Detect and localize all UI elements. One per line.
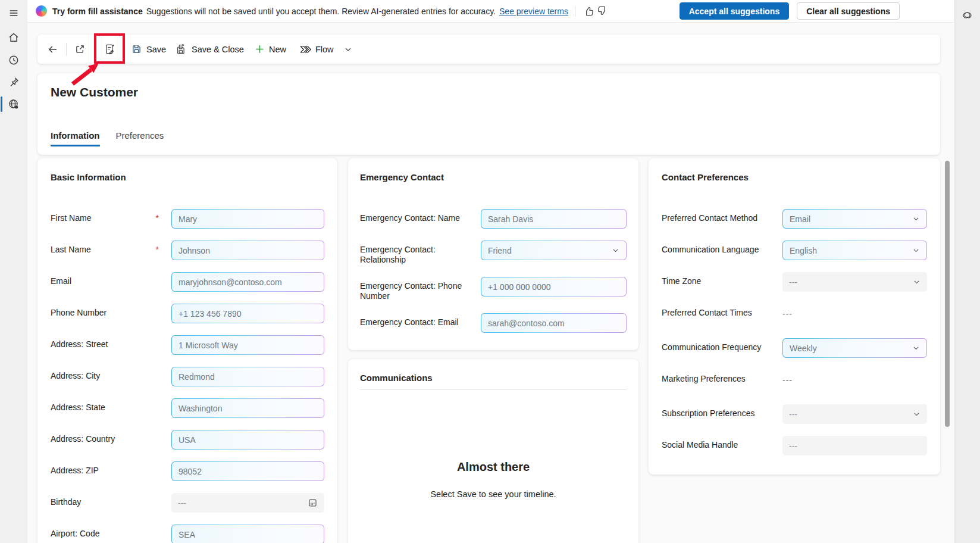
field-label: Address: State [51, 398, 171, 413]
save-and-close-icon [176, 43, 187, 55]
text-field-address-zip[interactable]: 98052 [171, 461, 324, 481]
field-label: Communication Language [662, 241, 782, 255]
text-field-address-country[interactable]: USA [171, 430, 324, 450]
field-label: Emergency Contact: Phone Number [360, 277, 481, 301]
form-fill-assistance-banner: Try form fill assistance Suggestions wil… [27, 0, 954, 23]
text-field-address-city[interactable]: Redmond [171, 367, 324, 386]
sidebar-item-recent[interactable] [0, 51, 27, 69]
save-and-close-label: Save & Close [192, 45, 244, 54]
field-label: Email [51, 272, 171, 286]
tab-information[interactable]: Information [51, 130, 100, 146]
text-field-airport-code[interactable]: SEA [171, 525, 324, 543]
sidebar-item-app[interactable] [0, 95, 27, 113]
more-commands-button[interactable] [341, 40, 355, 59]
field-row-phone-number: Phone Number+1 123 456 7890 [51, 304, 324, 323]
field-label: Address: ZIP [51, 461, 171, 476]
select-field-communication-frequency[interactable]: Weekly [782, 338, 927, 358]
text-field-last-name[interactable]: Johnson [171, 241, 324, 260]
select-field-emergency-contact-relationship[interactable]: Friend [481, 241, 627, 260]
tab-preferences[interactable]: Preferences [116, 130, 164, 146]
field-value: --- [789, 410, 908, 419]
new-label: New [269, 45, 286, 54]
select-field-subscription-preferences[interactable]: --- [782, 404, 927, 424]
hamburger-menu-button[interactable] [0, 4, 27, 22]
field-label: Last Name* [51, 241, 171, 255]
field-row-address-zip: Address: ZIP98052 [51, 461, 324, 481]
popout-button[interactable] [71, 40, 88, 59]
field-value: sarah@contoso.com [488, 319, 619, 328]
page-title: New Customer [51, 85, 138, 99]
back-button[interactable] [45, 40, 61, 59]
text-field-emergency-contact-phone-number[interactable]: +1 000 000 0000 [481, 277, 627, 297]
vertical-scrollbar-thumb[interactable] [945, 161, 950, 427]
field-value: +1 123 456 7890 [179, 309, 317, 319]
save-button[interactable]: Save [131, 40, 166, 59]
field-row-birthday: Birthday--- [51, 493, 324, 513]
select-field-communication-language[interactable]: English [782, 241, 927, 260]
accept-all-suggestions-button[interactable]: Accept all suggestions [680, 2, 789, 20]
clear-all-suggestions-button[interactable]: Clear all suggestions [797, 2, 900, 20]
date-field-birthday[interactable]: --- [171, 493, 324, 513]
field-row-address-street: Address: Street1 Microsoft Way [51, 335, 324, 355]
see-preview-terms-link[interactable]: See preview terms [499, 7, 568, 16]
form-fill-sparkle-icon [104, 43, 116, 55]
field-row-subscription-preferences: Subscription Preferences--- [662, 404, 927, 424]
text-field-emergency-contact-name[interactable]: Sarah Davis [481, 209, 627, 229]
save-and-close-button[interactable]: Save & Close [176, 40, 244, 59]
divider [575, 6, 575, 17]
copilot-panel-button[interactable] [960, 8, 975, 22]
field-label: Address: Country [51, 430, 171, 444]
new-button[interactable]: New [255, 40, 286, 59]
field-row-first-name: First Name*Mary [51, 209, 324, 229]
field-label: Time Zone [662, 272, 782, 286]
field-label: Airport: Code [51, 525, 171, 539]
contact-preferences-fields: Preferred Contact MethodEmailCommunicati… [662, 209, 927, 455]
form-fill-assistance-button[interactable] [94, 40, 125, 59]
thumbs-down-icon [597, 5, 608, 17]
field-row-address-city: Address: CityRedmond [51, 367, 324, 386]
chevron-down-icon [913, 278, 920, 286]
field-value: USA [179, 435, 317, 445]
field-label: Preferred Contact Method [662, 209, 782, 223]
text-field-address-state[interactable]: Washington [171, 398, 324, 418]
chevron-down-icon [612, 246, 619, 254]
field-value: maryjohnson@contoso.com [179, 277, 317, 287]
field-row-address-state: Address: StateWashington [51, 398, 324, 418]
active-item-indicator [1, 96, 2, 112]
sidebar-item-home[interactable] [0, 29, 27, 46]
save-label: Save [146, 45, 166, 54]
select-field-time-zone[interactable]: --- [782, 272, 927, 292]
field-value-preferred-contact-times: --- [782, 304, 793, 319]
field-value: Mary [179, 214, 317, 224]
text-field-first-name[interactable]: Mary [171, 209, 324, 229]
home-icon [8, 32, 20, 43]
clock-icon [8, 54, 20, 66]
field-row-communication-frequency: Communication FrequencyWeekly [662, 338, 927, 358]
communications-section: Communications Almost there Select Save … [348, 359, 638, 543]
divider [66, 43, 67, 56]
main-content: Save Save & Close New Flow New [27, 23, 954, 543]
thumbs-down-button[interactable] [596, 4, 609, 18]
field-row-emergency-contact-phone-number: Emergency Contact: Phone Number+1 000 00… [360, 277, 627, 301]
text-field-phone-number[interactable]: +1 123 456 7890 [171, 304, 324, 323]
field-value: 98052 [179, 467, 317, 476]
flow-button[interactable]: Flow [299, 40, 334, 59]
field-label: Social Media Handle [662, 436, 782, 450]
field-label: Phone Number [51, 304, 171, 318]
text-field-social-media-handle[interactable]: --- [782, 436, 927, 455]
field-row-preferred-contact-times: Preferred Contact Times--- [662, 304, 927, 319]
chevron-down-icon [912, 246, 920, 254]
text-field-address-street[interactable]: 1 Microsoft Way [171, 335, 324, 355]
text-field-email[interactable]: maryjohnson@contoso.com [171, 272, 324, 292]
select-field-preferred-contact-method[interactable]: Email [782, 209, 927, 229]
text-field-emergency-contact-email[interactable]: sarah@contoso.com [481, 313, 627, 333]
emergency-contact-section: Emergency Contact Emergency Contact: Nam… [348, 158, 638, 350]
sidebar-item-pinned[interactable] [0, 73, 27, 91]
banner-title: Try form fill assistance [52, 7, 143, 16]
thumbs-up-icon [583, 5, 594, 17]
field-label: Address: Street [51, 335, 171, 349]
field-value: Sarah Davis [488, 214, 619, 224]
thumbs-up-button[interactable] [582, 4, 596, 18]
field-row-preferred-contact-method: Preferred Contact MethodEmail [662, 209, 927, 229]
date-picker-icon [308, 498, 318, 508]
